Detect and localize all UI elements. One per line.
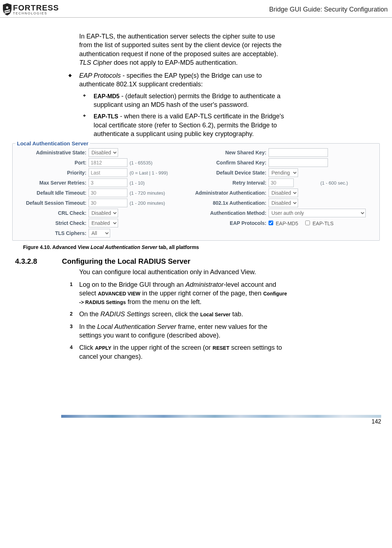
text-bold: EAP-TLS <box>94 113 118 119</box>
step-text: On the RADIUS Settings screen, click the… <box>79 310 288 318</box>
sub-bullet-text: EAP-MD5 - (default selection) permits th… <box>94 92 288 109</box>
text-bold: RESET <box>213 345 230 351</box>
text-italic: Administrator <box>185 281 224 288</box>
idle-timeout-input[interactable] <box>89 189 127 197</box>
text: In the <box>79 323 97 330</box>
text: - (default selection) permits the Bridge… <box>94 92 280 108</box>
fieldset-title: Local Authentication Server <box>15 140 90 146</box>
label-new-key: New Shared Key: <box>189 150 269 155</box>
label-device-state: Default Device State: <box>189 170 269 176</box>
text-bold: ADVANCED VIEW <box>98 291 140 296</box>
page-number: 142 <box>0 418 392 432</box>
local-auth-server-panel: Local Authentication Server Administrati… <box>12 143 380 241</box>
page-header: FORTRESS TECHNOLOGIES Bridge GUI Guide: … <box>0 0 392 18</box>
step-item: 3 In the Local Authentication Server fra… <box>70 322 288 340</box>
step-number: 3 <box>70 322 79 340</box>
hint-priority: (0 = Last | 1 - 999) <box>128 170 189 176</box>
page-footer: 142 <box>0 415 392 432</box>
eap-md5-checkbox[interactable] <box>269 221 273 225</box>
max-retries-input[interactable] <box>89 178 127 187</box>
step-item: 4 Click APPLY in the upper right of the … <box>70 343 288 361</box>
priority-input[interactable] <box>89 168 127 177</box>
admin-state-select[interactable]: Disabled <box>89 148 118 157</box>
step-text: Log on to the Bridge GUI through an Admi… <box>79 280 288 307</box>
bullet-item: ◆ EAP Protocols - specifies the EAP type… <box>68 71 288 89</box>
section-heading: 4.3.2.8 Configuring the Local RADIUS Ser… <box>11 257 381 266</box>
footer-divider <box>61 415 381 418</box>
session-timeout-input[interactable] <box>89 199 127 207</box>
logo: FORTRESS TECHNOLOGIES <box>2 3 59 16</box>
label-dot1x-auth: 802.1x Authentication: <box>189 200 269 206</box>
shield-icon <box>2 3 12 16</box>
text-italic: TLS Cipher <box>79 59 112 66</box>
step-number: 2 <box>70 310 79 318</box>
label-priority: Priority: <box>15 170 89 176</box>
text-italic: RADIUS Settings <box>100 311 150 318</box>
hint-idle-timeout: (1 - 720 minutes) <box>128 190 189 196</box>
dot1x-auth-select[interactable]: Disabled <box>269 199 298 207</box>
step-number: 4 <box>70 343 79 361</box>
label-auth-method: Authentication Method: <box>189 210 269 216</box>
admin-auth-select[interactable]: Disabled <box>269 189 298 197</box>
crl-check-select[interactable]: Disabled <box>89 209 118 217</box>
label-max-retries: Max Server Retries: <box>15 180 89 186</box>
text: from the menu on the left. <box>126 298 202 305</box>
section-number: 4.3.2.8 <box>15 257 62 266</box>
sub-bullet-item: ❖ EAP-TLS - when there is a valid EAP-TL… <box>83 112 288 138</box>
label-port: Port: <box>15 160 89 166</box>
label-idle-timeout: Default Idle Timeout: <box>15 190 89 196</box>
hint-session-timeout: (1 - 200 minutes) <box>128 200 189 206</box>
section-title: Configuring the Local RADIUS Server <box>62 257 190 266</box>
text: Click <box>79 344 95 351</box>
label-eap-protocols: EAP Protocols: <box>189 220 269 226</box>
logo-sub: TECHNOLOGIES <box>13 12 59 15</box>
hint-max-retries: (1 - 10) <box>128 180 189 186</box>
text-bold: EAP-MD5 <box>94 93 120 99</box>
text: in the upper right of the screen (or <box>111 344 212 351</box>
label-session-timeout: Default Session Timeout: <box>15 200 89 206</box>
bullet-icon: ◆ <box>68 71 79 89</box>
text: In EAP-TLS, the authentication server se… <box>79 33 281 58</box>
text-italic: Local Authentication Server <box>97 323 176 330</box>
label-retry-interval: Retry Interval: <box>189 180 269 186</box>
bullet-text: EAP Protocols - specifies the EAP type(s… <box>79 71 288 89</box>
label-admin-auth: Administrator Authentication: <box>189 190 269 196</box>
eap-tls-checkbox[interactable] <box>305 221 310 225</box>
text: Figure 4.10. Advanced View <box>23 244 91 250</box>
tls-ciphers-select[interactable]: All <box>89 229 110 237</box>
label-crl-check: CRL Check: <box>15 210 89 216</box>
sub-bullet-text: EAP-TLS - when there is a valid EAP-TLS … <box>94 112 288 138</box>
step-item: 2 On the RADIUS Settings screen, click t… <box>70 310 288 318</box>
label-strict-check: Strict Check: <box>15 220 89 226</box>
auth-method-select[interactable]: User auth only <box>269 209 366 217</box>
text-bold: Local Server <box>200 312 230 317</box>
text: screen, click the <box>150 311 200 318</box>
retry-interval-input[interactable] <box>269 178 294 187</box>
sub-bullet-item: ❖ EAP-MD5 - (default selection) permits … <box>83 92 288 109</box>
new-key-input[interactable] <box>269 148 328 157</box>
intro-paragraph: In EAP-TLS, the authentication server se… <box>79 32 288 67</box>
step-item: 1 Log on to the Bridge GUI through an Ad… <box>70 280 288 307</box>
sub-bullet-icon: ❖ <box>83 92 94 109</box>
label-admin-state: Administrative State: <box>15 150 89 155</box>
text: tab, all platforms <box>157 244 199 250</box>
step-number: 1 <box>70 280 79 307</box>
hint-retry-interval: (1 - 600 sec.) <box>319 180 376 186</box>
logo-main: FORTRESS <box>13 4 59 12</box>
confirm-key-input[interactable] <box>269 158 328 167</box>
page-content: In EAP-TLS, the authentication server se… <box>0 18 392 361</box>
text: does not apply to EAP-MD5 authentication… <box>112 59 238 66</box>
strict-check-select[interactable]: Enabled <box>89 219 118 227</box>
port-input[interactable] <box>89 158 127 167</box>
section-intro: You can configure local authentication o… <box>79 268 288 276</box>
device-state-select[interactable]: Pending <box>269 168 298 177</box>
sub-bullet-icon: ❖ <box>83 112 94 138</box>
hint-port: (1 - 65535) <box>128 160 189 166</box>
text: On the <box>79 311 100 318</box>
label-confirm-key: Confirm Shared Key: <box>189 160 269 166</box>
eap-protocols-group: EAP-MD5 EAP-TLS <box>269 219 376 227</box>
form-grid: Administrative State: Disabled New Share… <box>13 148 379 240</box>
figure-caption: Figure 4.10. Advanced View Local Authent… <box>23 244 381 250</box>
text: - when there is a valid EAP-TLS certific… <box>94 113 284 137</box>
text-italic: EAP Protocols <box>79 72 121 79</box>
